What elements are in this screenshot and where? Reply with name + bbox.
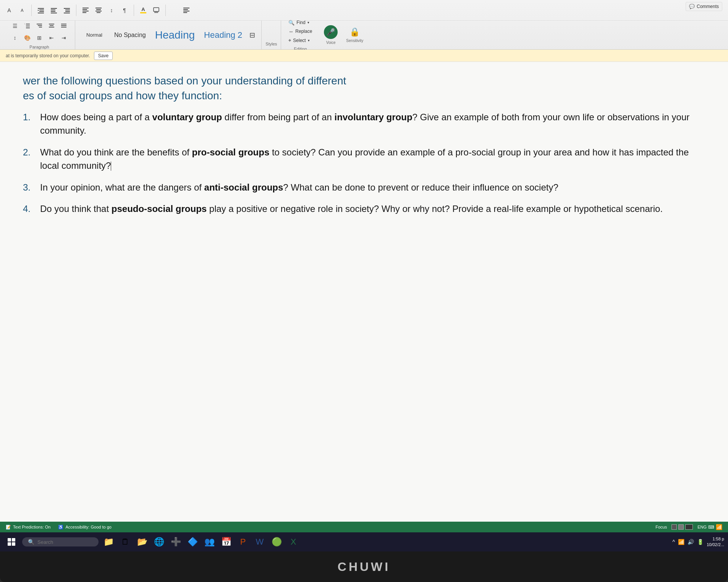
list-item: 2. What do you think are the benefits of… (23, 146, 697, 173)
save-button[interactable]: Save (94, 52, 113, 60)
taskbar-search-input[interactable] (37, 539, 95, 545)
list-item: 4. Do you think that pseudo-social group… (23, 202, 697, 216)
q1-middle: differ from being part of an (222, 112, 334, 122)
intro-line2-text: es of social groups and how they functio… (23, 90, 222, 102)
line-spacing-icon[interactable]: ↕ (10, 32, 20, 43)
bullets-icon[interactable]: ☰ (10, 21, 20, 31)
taskbar-system-tray: ^ 📶 🔊 🔋 1:58 p 10/02/2... (673, 536, 724, 548)
taskbar-app-files[interactable]: 📁 (102, 535, 115, 549)
comments-button[interactable]: 💬 Comments (686, 2, 722, 11)
font-size-small-icon[interactable]: A (17, 5, 28, 16)
taskbar-wifi-icon[interactable]: 📶 (678, 539, 684, 545)
taskbar-search[interactable]: 🔍 (22, 537, 99, 546)
text-indent-icon[interactable]: ⇤ (46, 32, 57, 43)
windows-button[interactable] (4, 534, 19, 550)
find-button[interactable]: 🔍 Find ▾ (287, 19, 314, 26)
sensitivity-icon[interactable]: 🔒 (349, 27, 360, 37)
microphone-icon[interactable]: 🎤 (324, 25, 338, 39)
taskbar-app-calendar[interactable]: 📅 (219, 535, 233, 549)
q4-after: play a positive or negative role in soci… (207, 204, 663, 214)
svg-rect-3 (38, 13, 44, 13)
taskbar-app-powerpoint[interactable]: P (236, 535, 250, 549)
style-heading[interactable]: Heading (150, 23, 199, 47)
q1-before: How does being a part of a (40, 112, 152, 122)
font-color-icon[interactable]: A (138, 5, 149, 16)
svg-rect-36 (49, 27, 54, 27)
svg-rect-27 (26, 24, 30, 24)
taskbar-app-explorer[interactable]: 📂 (135, 535, 149, 549)
ribbon-top-row: A A (0, 0, 728, 21)
shading-icon[interactable]: 🎨 (22, 32, 32, 43)
voice-label: Voice (326, 40, 335, 45)
align-center-icon2[interactable] (46, 21, 57, 31)
taskbar-battery-icon[interactable]: 🔋 (697, 539, 704, 545)
select-button[interactable]: ⌖ Select ▾ (287, 37, 314, 44)
taskbar-app-word[interactable]: W (253, 535, 267, 549)
style-heading-text: Heading (155, 29, 195, 41)
focus-label[interactable]: Focus (655, 525, 667, 529)
taskbar-app-chrome[interactable]: 🌐 (152, 535, 166, 549)
taskbar: 🔍 📁 🗒 📂 🌐 ➕ 🔷 👥 📅 P W 🟢 X ^ 📶 🔊 🔋 (0, 532, 728, 551)
view-icon1[interactable] (671, 524, 677, 530)
accessibility-label: Accessibility: Good to go (65, 525, 111, 529)
chuwi-brand: CHUWI (338, 551, 390, 582)
svg-rect-29 (26, 27, 30, 28)
borders-icon[interactable]: ⊞ (34, 32, 45, 43)
indent-decrease-icon[interactable] (61, 5, 72, 16)
multilevel-list-icon[interactable] (34, 21, 45, 31)
svg-rect-25 (183, 11, 189, 11)
indent-right-icon[interactable] (49, 5, 59, 16)
taskbar-caret-icon[interactable]: ^ (673, 539, 675, 545)
intro-line1: wer the following questions based on you… (23, 73, 697, 88)
styles-group: Normal No Spacing Heading Heading 2 ⊟ (75, 21, 262, 49)
sort-icon[interactable]: ↕ (106, 5, 117, 16)
indent-left-icon[interactable] (36, 5, 46, 16)
numbering-icon[interactable]: 1 (22, 21, 32, 31)
select-dropdown-icon[interactable]: ▾ (308, 39, 310, 42)
svg-rect-10 (65, 10, 70, 10)
replace-button[interactable]: ↔ Replace (287, 28, 314, 35)
taskbar-app-edge[interactable]: 🔷 (186, 535, 199, 549)
align-center-icon[interactable] (93, 5, 104, 16)
select-icon: ⌖ (288, 37, 291, 44)
text-highlight-icon[interactable] (151, 5, 162, 16)
quick-styles-icon[interactable] (181, 5, 192, 16)
style-heading2-text: Heading 2 (204, 30, 242, 40)
list-item: 1. How does being a part of a voluntary … (23, 111, 697, 137)
svg-rect-8 (51, 13, 57, 13)
svg-rect-28 (26, 26, 30, 26)
taskbar-app-green[interactable]: 🟢 (270, 535, 283, 549)
svg-rect-32 (38, 25, 42, 26)
svg-rect-12 (64, 13, 70, 13)
style-normal[interactable]: Normal (79, 23, 110, 47)
taskbar-app-plus[interactable]: ➕ (169, 535, 183, 549)
win-cell-1 (8, 538, 11, 542)
taskbar-app-blank[interactable]: 🗒 (118, 535, 132, 549)
svg-rect-11 (65, 11, 70, 12)
paragraph-mark-icon[interactable]: ¶ (119, 5, 130, 16)
svg-rect-26 (183, 12, 187, 13)
win-cell-3 (8, 542, 11, 546)
align-left-icon[interactable] (80, 5, 91, 16)
find-dropdown-icon[interactable]: ▾ (307, 21, 309, 24)
text-outdent-icon[interactable]: ⇥ (58, 32, 69, 43)
q4-bold1: pseudo-social groups (112, 204, 207, 214)
separator4 (165, 5, 166, 16)
style-no-spacing[interactable]: No Spacing (110, 23, 150, 47)
justify-icon[interactable] (58, 21, 69, 31)
view-icon3[interactable] (685, 524, 693, 530)
more-styles-icon[interactable]: ⊟ (247, 30, 257, 40)
style-heading2[interactable]: Heading 2 (199, 23, 247, 47)
win-cell-4 (12, 542, 15, 546)
list-item: 3. In your opinion, what are the dangers… (23, 181, 697, 194)
text-predictions-label: Text Predictions: On (13, 525, 50, 529)
windows-logo (8, 538, 15, 546)
taskbar-app-teams[interactable]: 👥 (202, 535, 216, 549)
taskbar-app-excel[interactable]: X (286, 535, 300, 549)
svg-rect-2 (39, 11, 44, 12)
font-size-icon[interactable]: A (4, 5, 15, 16)
q2-before: What do you think are the benefits of (40, 147, 192, 157)
taskbar-volume-icon[interactable]: 🔊 (688, 539, 694, 545)
q2-text: What do you think are the benefits of pr… (40, 146, 697, 173)
view-icon2[interactable] (678, 524, 684, 530)
